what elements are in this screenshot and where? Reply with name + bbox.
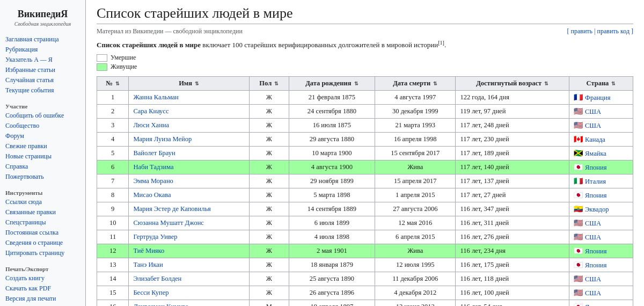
name-link[interactable]: Бесси Купер bbox=[133, 289, 169, 296]
sidebar-item-report[interactable]: Сообщить об ошибке bbox=[0, 111, 85, 121]
cell-name[interactable]: Гертруда Уивер bbox=[129, 230, 250, 244]
sidebar-item-help[interactable]: Справка bbox=[0, 162, 85, 172]
name-link[interactable]: Наби Тадзима bbox=[133, 163, 173, 171]
cell-gender: Ж bbox=[250, 244, 289, 258]
cell-name[interactable]: Бесси Купер bbox=[129, 286, 250, 300]
cell-name[interactable]: Вайолет Браун bbox=[129, 147, 250, 161]
sidebar-item-page-info[interactable]: Сведения о странице bbox=[0, 238, 85, 248]
name-link[interactable]: Люси Ханна bbox=[133, 121, 169, 129]
country-link[interactable]: Япония bbox=[585, 192, 606, 199]
country-link[interactable]: США bbox=[585, 275, 601, 283]
edit-link[interactable]: [ править | править код ] bbox=[567, 27, 633, 35]
country-link[interactable]: США bbox=[585, 122, 601, 129]
name-link[interactable]: Гертруда Уивер bbox=[133, 233, 177, 241]
name-link[interactable]: Сюзанна Мушатт Джонс bbox=[133, 219, 204, 227]
sidebar-item-recent[interactable]: Свежие правки bbox=[0, 141, 85, 151]
cell-gender: Ж bbox=[250, 202, 289, 216]
cell-death: 1 апреля 2015 bbox=[375, 188, 456, 202]
cell-birth: 16 июля 1875 bbox=[289, 119, 375, 133]
cell-name[interactable]: Люси Ханна bbox=[129, 119, 250, 133]
country-link[interactable]: США bbox=[585, 220, 601, 227]
country-link[interactable]: Италия bbox=[585, 178, 606, 185]
page-title: Список старейших людей в мире bbox=[97, 5, 633, 24]
cell-name[interactable]: Мария Луиза Мейор bbox=[129, 133, 250, 147]
cell-name[interactable]: Мисао Окава bbox=[129, 188, 250, 202]
name-link[interactable]: Мария Эстер де Каповилья bbox=[133, 205, 210, 213]
sidebar: ВикипедиЯ Свободная энциклопедия Заглавн… bbox=[0, 0, 86, 306]
cell-name[interactable]: Наби Тадзима bbox=[129, 161, 250, 174]
sidebar-item-main[interactable]: Заглавная страница bbox=[0, 34, 85, 45]
country-link[interactable]: Канада bbox=[585, 136, 605, 143]
country-link[interactable]: США bbox=[585, 289, 601, 297]
sidebar-item-community[interactable]: Сообщество bbox=[0, 121, 85, 131]
col-header-birth[interactable]: Дата рождения ⇅ bbox=[289, 77, 375, 91]
cell-num: 7 bbox=[97, 174, 129, 188]
country-link[interactable]: Япония bbox=[585, 247, 606, 255]
country-link[interactable]: США bbox=[585, 234, 601, 241]
edit-links[interactable]: [ править | править код ] bbox=[567, 27, 633, 35]
country-link[interactable]: Япония bbox=[585, 261, 606, 269]
sidebar-item-random[interactable]: Случайная статья bbox=[0, 75, 85, 85]
col-header-country[interactable]: Страна ⇅ bbox=[569, 77, 633, 91]
table-header-row: № ⇅ Имя ⇅ Пол ⇅ Дата рождения ⇅ Дата сме… bbox=[97, 77, 633, 91]
cell-name[interactable]: Сюзанна Мушатт Джонс bbox=[129, 216, 250, 230]
cell-name[interactable]: Дзирозмон Кимура bbox=[129, 300, 250, 306]
sidebar-item-special[interactable]: Спецстраницы bbox=[0, 217, 85, 228]
sidebar-item-create-book[interactable]: Создать книгу bbox=[0, 273, 85, 283]
sidebar-item-index[interactable]: Указатель А — Я bbox=[0, 55, 85, 65]
name-link[interactable]: Мария Луиза Мейор bbox=[133, 135, 192, 143]
sidebar-item-forum[interactable]: Форум bbox=[0, 131, 85, 141]
table-row: 14 Элизабет Болден Ж 25 августа 1890 11 … bbox=[97, 272, 633, 286]
sidebar-item-events[interactable]: Текущие события bbox=[0, 85, 85, 96]
cell-country: 🇯🇲Ямайка bbox=[569, 147, 633, 161]
name-link[interactable]: Мисао Окава bbox=[133, 191, 171, 199]
country-link[interactable]: Япония bbox=[585, 303, 606, 306]
cell-gender: Ж bbox=[250, 174, 289, 188]
col-header-death[interactable]: Дата смерти ⇅ bbox=[375, 77, 456, 91]
table-row: 8 Мисао Окава Ж 5 марта 1898 1 апреля 20… bbox=[97, 188, 633, 202]
cell-gender: Ж bbox=[250, 286, 289, 300]
sidebar-item-donate[interactable]: Пожертвовать bbox=[0, 172, 85, 182]
name-link[interactable]: Тиё Мияко bbox=[133, 247, 164, 254]
table-row: 10 Сюзанна Мушатт Джонс Ж 6 июля 1899 12… bbox=[97, 216, 633, 230]
cell-name[interactable]: Мария Эстер де Каповилья bbox=[129, 202, 250, 216]
cell-name[interactable]: Жанна Кальман bbox=[129, 91, 250, 105]
name-link[interactable]: Танэ Икаи bbox=[133, 261, 163, 268]
sidebar-item-print-version[interactable]: Версия для печати bbox=[0, 294, 85, 304]
sidebar-item-rubric[interactable]: Рубрикация bbox=[0, 45, 85, 55]
cell-birth: 29 августа 1880 bbox=[289, 133, 375, 147]
name-link[interactable]: Элизабет Болден bbox=[133, 275, 181, 282]
col-header-num[interactable]: № ⇅ bbox=[97, 77, 129, 91]
cell-age: 117 лет, 27 дней bbox=[456, 188, 569, 202]
name-link[interactable]: Вайолет Браун bbox=[133, 149, 175, 157]
cell-name[interactable]: Элизабет Болден bbox=[129, 272, 250, 286]
cell-name[interactable]: Сара Кнаусс bbox=[129, 105, 250, 119]
sidebar-item-cite[interactable]: Цитировать страницу bbox=[0, 248, 85, 258]
cell-name[interactable]: Тиё Мияко bbox=[129, 244, 250, 258]
country-link[interactable]: Япония bbox=[585, 164, 606, 171]
name-link[interactable]: Эмма Морано bbox=[133, 177, 173, 185]
country-link[interactable]: Эквадор bbox=[585, 206, 609, 213]
name-link[interactable]: Жанна Кальман bbox=[133, 93, 178, 101]
col-header-gender[interactable]: Пол ⇅ bbox=[250, 77, 289, 91]
name-link[interactable]: Сара Кнаусс bbox=[133, 107, 169, 115]
cell-death: 15 апреля 2017 bbox=[375, 174, 456, 188]
col-header-name[interactable]: Имя ⇅ bbox=[129, 77, 250, 91]
name-link[interactable]: Дзирозмон Кимура bbox=[133, 303, 188, 306]
cell-birth: 21 февраля 1875 bbox=[289, 91, 375, 105]
sidebar-item-related-changes[interactable]: Связанные правки bbox=[0, 207, 85, 217]
sidebar-item-download-pdf[interactable]: Скачать как PDF bbox=[0, 283, 85, 294]
country-link[interactable]: Франция bbox=[585, 94, 611, 101]
sidebar-item-links-here[interactable]: Ссылки сюда bbox=[0, 197, 85, 207]
country-link[interactable]: Ямайка bbox=[585, 150, 606, 157]
sidebar-item-new-pages[interactable]: Новые страницы bbox=[0, 151, 85, 162]
cell-age: 116 лет, 175 дней bbox=[456, 258, 569, 272]
cell-name[interactable]: Эмма Морано bbox=[129, 174, 250, 188]
col-header-age[interactable]: Достигнутый возраст ⇅ bbox=[456, 77, 569, 91]
cell-name[interactable]: Танэ Икаи bbox=[129, 258, 250, 272]
sidebar-item-featured[interactable]: Избранные статьи bbox=[0, 65, 85, 75]
cell-gender: Ж bbox=[250, 105, 289, 119]
flag-icon: 🇺🇸 bbox=[574, 275, 583, 283]
country-link[interactable]: США bbox=[585, 108, 601, 115]
sidebar-item-permalink[interactable]: Постоянная ссылка bbox=[0, 228, 85, 238]
